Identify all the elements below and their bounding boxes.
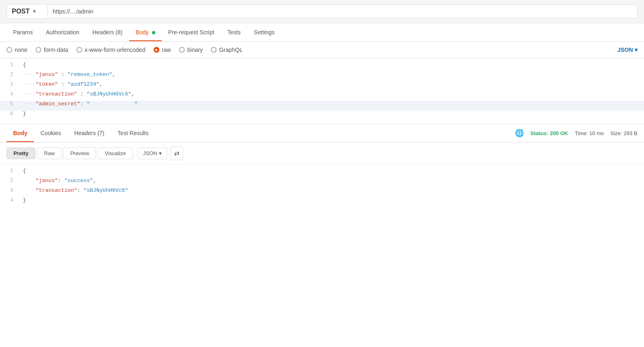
radio-form-data-circle [36, 47, 41, 53]
radio-raw[interactable]: raw [154, 47, 171, 53]
line-content-2: ····"janus" : "remove_token", [20, 71, 644, 78]
request-line-3: 3 ····"token" : "asdf1234", [0, 81, 644, 91]
radio-graphql[interactable]: GraphQL [211, 47, 243, 53]
response-meta: 🌐 Status: 200 OK Time: 10 ms Size: 293 B [515, 129, 637, 138]
method-chevron: ▼ [32, 9, 37, 14]
request-line-2: 2 ····"janus" : "remove_token", [0, 71, 644, 81]
radio-binary-label: binary [187, 47, 203, 53]
line-num-6: 6 [0, 111, 20, 117]
response-tabs: Body Cookies Headers (7) Test Results 🌐 … [0, 124, 644, 142]
format-raw-btn[interactable]: Raw [37, 147, 62, 159]
response-section: Body Cookies Headers (7) Test Results 🌐 … [0, 124, 644, 210]
url-input[interactable] [47, 4, 637, 18]
line-num-4: 4 [0, 91, 20, 97]
radio-urlencoded[interactable]: x-www-form-urlencoded [76, 47, 145, 53]
format-preview-btn[interactable]: Preview [63, 147, 96, 159]
resp-line-num-4: 4 [0, 198, 20, 203]
request-tabs: Params Authorization Headers (8) Body Pr… [0, 23, 644, 42]
line-num-1: 1 [0, 62, 20, 68]
tab-pre-request[interactable]: Pre-request Script [162, 23, 221, 41]
radio-graphql-label: GraphQL [219, 47, 243, 53]
response-json-dropdown[interactable]: JSON ▾ [138, 147, 167, 159]
tab-tests[interactable]: Tests [221, 23, 247, 41]
line-content-3: ····"token" : "asdf1234", [20, 81, 644, 87]
line-num-2: 2 [0, 72, 20, 78]
tab-settings[interactable]: Settings [247, 23, 281, 41]
radio-form-data-label: form-data [44, 47, 68, 53]
tab-authorization[interactable]: Authorization [39, 23, 86, 41]
radio-none-circle [7, 47, 12, 53]
line-num-5: 5 [0, 101, 20, 107]
radio-binary[interactable]: binary [179, 47, 203, 53]
tab-body[interactable]: Body [129, 23, 162, 41]
line-num-3: 3 [0, 82, 20, 87]
resp-line-content-4: } [20, 197, 644, 203]
radio-raw-circle [154, 47, 159, 53]
request-line-4: 4 ····"transaction" : "sBJNyUhH6Vc6", [0, 91, 644, 101]
radio-form-data[interactable]: form-data [36, 47, 68, 53]
radio-urlencoded-circle [76, 47, 82, 53]
response-body-editor: 1 { 2 "janus": "success", 3 "transaction… [0, 165, 644, 210]
response-line-3: 3 "transaction": "sBJNyUhH6Vc6" [0, 187, 644, 197]
line-content-1: { [20, 62, 644, 68]
radio-binary-circle [179, 47, 185, 53]
response-time: Time: 10 ms [575, 130, 604, 136]
radio-graphql-circle [211, 47, 217, 53]
response-tab-headers[interactable]: Headers (7) [68, 124, 111, 142]
resp-line-content-1: { [20, 168, 644, 174]
response-json-label: JSON [143, 150, 157, 156]
response-tab-body[interactable]: Body [7, 124, 34, 142]
request-line-6: 6 } [0, 111, 644, 120]
response-line-4: 4 } [0, 197, 644, 207]
request-body-editor[interactable]: 1 { 2 ····"janus" : "remove_token", 3 ··… [0, 58, 644, 124]
word-wrap-btn[interactable]: ⇄ [170, 147, 183, 160]
response-status: Status: 200 OK [530, 130, 568, 136]
response-format-row: Pretty Raw Preview Visualize JSON ▾ ⇄ [0, 142, 644, 165]
tab-params[interactable]: Params [7, 23, 39, 41]
radio-none-label: none [15, 47, 27, 53]
format-visualize-btn[interactable]: Visualize [98, 147, 133, 159]
response-line-2: 2 "janus": "success", [0, 178, 644, 187]
response-tab-test-results[interactable]: Test Results [111, 124, 155, 142]
globe-lock-icon: 🌐 [515, 129, 524, 138]
json-type-label: JSON [617, 47, 633, 53]
resp-line-num-1: 1 [0, 168, 20, 174]
json-type-dropdown[interactable]: JSON ▾ [617, 47, 637, 53]
response-json-chevron: ▾ [159, 150, 162, 156]
radio-urlencoded-label: x-www-form-urlencoded [85, 47, 145, 53]
json-dropdown-chevron: ▾ [635, 47, 637, 53]
body-type-row: none form-data x-www-form-urlencoded raw… [0, 42, 644, 58]
request-line-5: 5 ····"admin_secret": " " [0, 101, 644, 111]
line-content-4: ····"transaction" : "sBJNyUhH6Vc6", [20, 91, 644, 97]
request-line-1: 1 { [0, 62, 644, 71]
radio-raw-label: raw [162, 47, 171, 53]
tab-headers[interactable]: Headers (8) [86, 23, 129, 41]
resp-line-content-2: "janus": "success", [20, 178, 644, 184]
response-size: Size: 293 B [610, 130, 638, 136]
resp-line-content-3: "transaction": "sBJNyUhH6Vc6" [20, 187, 644, 194]
resp-line-num-2: 2 [0, 178, 20, 184]
resp-line-num-3: 3 [0, 188, 20, 194]
url-bar: POST ▼ [0, 0, 644, 23]
method-label: POST [12, 8, 30, 15]
radio-none[interactable]: none [7, 47, 27, 53]
line-content-5: ····"admin_secret": " " [20, 101, 644, 107]
line-content-6: } [20, 111, 644, 117]
response-line-1: 1 { [0, 168, 644, 178]
format-pretty-btn[interactable]: Pretty [7, 147, 36, 159]
method-selector[interactable]: POST ▼ [7, 4, 47, 19]
response-tab-cookies[interactable]: Cookies [34, 124, 68, 142]
